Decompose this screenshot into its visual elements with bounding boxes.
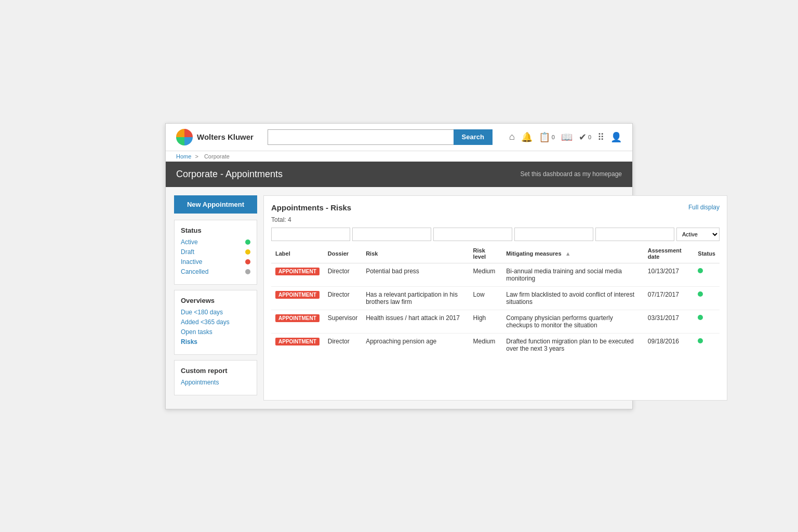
search-button[interactable]: Search [454,129,493,145]
col-mitigating[interactable]: Mitigating measures ▲ [502,244,644,263]
total-number: 4 [288,216,291,223]
col-dossier: Dossier [324,244,362,263]
row-dossier: Director [324,333,362,356]
panel-title: Appointments - Risks [271,203,351,212]
breadcrumb-home[interactable]: Home [176,153,191,159]
table-row: APPOINTMENT Director Approaching pension… [271,333,720,356]
row-dossier: Director [324,286,362,310]
open-tasks-link[interactable]: Open tasks [181,328,250,336]
row-badge[interactable]: APPOINTMENT [271,286,324,310]
sidebar: New Appointment Status Active Draft Inac… [174,195,257,401]
home-icon[interactable]: ⌂ [509,131,515,142]
row-status [694,333,720,356]
breadcrumb: Home > Corporate [166,151,632,162]
full-display-link[interactable]: Full display [688,204,720,211]
overviews-title: Overviews [181,297,250,304]
row-badge[interactable]: APPOINTMENT [271,310,324,333]
row-risk: Potential bad press [362,263,469,286]
page-title-bar: Corporate - Appointments Set this dashbo… [166,162,632,187]
status-item-cancelled[interactable]: Cancelled [181,268,250,275]
new-appointment-button[interactable]: New Appointment [174,195,257,214]
draft-dot [245,249,250,255]
status-title: Status [181,227,250,234]
row-status [694,310,720,333]
filter-input-1[interactable] [271,228,350,241]
status-green-dot [698,291,703,297]
search-input[interactable] [268,129,454,145]
appointment-badge: APPOINTMENT [275,268,320,275]
appointment-badge: APPOINTMENT [275,314,320,322]
total-count: Total: 4 [271,216,720,223]
document-icon[interactable]: 📋 0 [539,131,555,143]
risks-link[interactable]: Risks [181,338,250,345]
main-content: New Appointment Status Active Draft Inac… [166,187,632,409]
header: Wolters Kluwer Search ⌂ 🔔 📋 0 📖 ✔ 0 ⠿ 👤 [166,124,632,151]
breadcrumb-current: Corporate [204,153,230,159]
status-item-active[interactable]: Active [181,238,250,246]
col-label: Label [271,244,324,263]
filter-input-5[interactable] [595,228,674,241]
row-badge[interactable]: APPOINTMENT [271,333,324,356]
status-item-draft[interactable]: Draft [181,248,250,256]
row-assessment-date: 03/31/2017 [644,310,694,333]
app-name: Wolters Kluwer [197,132,254,141]
panel-header: Appointments - Risks Full display [271,203,720,212]
filter-row: Active Inactive Draft Cancelled [271,228,720,241]
status-inactive-link[interactable]: Inactive [181,258,202,265]
added-365-link[interactable]: Added <365 days [181,318,250,326]
status-green-dot [698,315,703,320]
row-badge[interactable]: APPOINTMENT [271,263,324,286]
row-risk: Approaching pension age [362,333,469,356]
row-risk-level: High [469,310,502,333]
set-homepage-link[interactable]: Set this dashboard as my homepage [521,170,622,178]
filter-input-4[interactable] [514,228,593,241]
inactive-dot [245,259,250,264]
total-label: Total: [271,216,286,223]
col-assessment-date: Assessment date [644,244,694,263]
filter-input-3[interactable] [433,228,512,241]
filter-input-2[interactable] [352,228,431,241]
risks-table: Label Dossier Risk Risk level Mitigating… [271,244,720,356]
status-cancelled-link[interactable]: Cancelled [181,268,208,275]
status-filter-select[interactable]: Active Inactive Draft Cancelled [677,228,719,241]
book-icon[interactable]: 📖 [561,131,573,143]
status-item-inactive[interactable]: Inactive [181,258,250,265]
main-panel: Appointments - Risks Full display Total:… [263,195,727,401]
status-section: Status Active Draft Inactive Cancelled [174,220,257,285]
row-status [694,263,720,286]
logo-area: Wolters Kluwer [176,129,259,145]
row-mitigating: Law firm blacklisted to avoid conflict o… [502,286,644,310]
breadcrumb-separator: > [195,153,198,159]
notification-icon[interactable]: 🔔 [521,131,533,143]
row-mitigating: Bi-annual media training and social medi… [502,263,644,286]
col-status: Status [694,244,720,263]
filter-select-wrap: Active Inactive Draft Cancelled [676,228,720,241]
appointment-badge: APPOINTMENT [275,291,320,299]
row-risk: Health issues / hart attack in 2017 [362,310,469,333]
row-dossier: Supervisor [324,310,362,333]
col-risk: Risk [362,244,469,263]
task-icon[interactable]: ✔ 0 [579,131,591,143]
app-window: Wolters Kluwer Search ⌂ 🔔 📋 0 📖 ✔ 0 ⠿ 👤 … [165,123,633,409]
status-draft-link[interactable]: Draft [181,248,194,256]
row-risk-level: Medium [469,333,502,356]
status-green-dot [698,338,703,343]
appointment-badge: APPOINTMENT [275,338,320,345]
row-mitigating: Drafted function migration plan to be ex… [502,333,644,356]
row-risk-level: Low [469,286,502,310]
status-green-dot [698,268,703,273]
row-dossier: Director [324,263,362,286]
page-title: Corporate - Appointments [176,169,283,180]
document-badge: 0 [552,134,555,140]
row-assessment-date: 09/18/2016 [644,333,694,356]
custom-report-section: Custom report Appointments [174,360,257,395]
appointments-custom-link[interactable]: Appointments [181,379,250,386]
overviews-section: Overviews Due <180 days Added <365 days … [174,290,257,355]
table-row: APPOINTMENT Director Potential bad press… [271,263,720,286]
cancelled-dot [245,269,250,274]
due-180-link[interactable]: Due <180 days [181,309,250,316]
row-assessment-date: 07/17/2017 [644,286,694,310]
status-active-link[interactable]: Active [181,238,198,246]
grid-icon[interactable]: ⠿ [597,131,604,143]
user-icon[interactable]: 👤 [610,131,622,143]
